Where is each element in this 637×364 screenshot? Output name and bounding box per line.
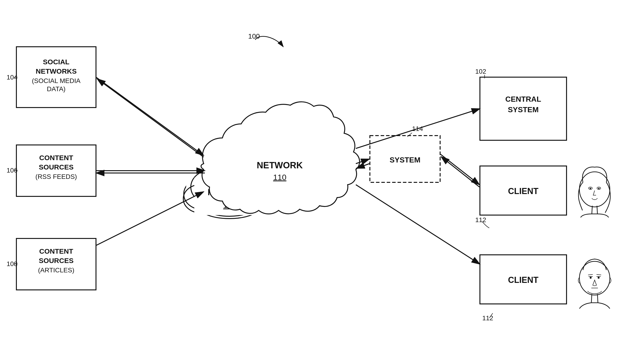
svg-point-70 bbox=[590, 188, 591, 189]
svg-line-72 bbox=[592, 206, 592, 214]
svg-text:NETWORKS: NETWORKS bbox=[36, 67, 77, 75]
svg-text:100: 100 bbox=[248, 32, 260, 40]
svg-point-77 bbox=[590, 277, 592, 279]
svg-text:CENTRAL: CENTRAL bbox=[505, 95, 541, 103]
diagram-svg: SOCIAL NETWORKS (SOCIAL MEDIA DATA) CONT… bbox=[0, 0, 637, 364]
diagram-container: SOCIAL NETWORKS (SOCIAL MEDIA DATA) CONT… bbox=[0, 0, 637, 364]
svg-text:SOURCES: SOURCES bbox=[39, 163, 74, 171]
svg-text:SOCIAL: SOCIAL bbox=[43, 58, 69, 66]
svg-text:DATA): DATA) bbox=[47, 85, 66, 92]
svg-text:CONTENT: CONTENT bbox=[39, 247, 73, 255]
svg-text:(SOCIAL MEDIA: (SOCIAL MEDIA bbox=[32, 77, 81, 84]
svg-text:112: 112 bbox=[482, 314, 493, 322]
svg-line-82 bbox=[591, 294, 592, 303]
svg-text:NETWORK: NETWORK bbox=[257, 160, 303, 170]
svg-text:SYSTEM: SYSTEM bbox=[389, 156, 420, 164]
svg-text:102: 102 bbox=[475, 68, 486, 75]
svg-point-71 bbox=[598, 188, 599, 189]
svg-text:SYSTEM: SYSTEM bbox=[508, 106, 539, 114]
svg-text:112: 112 bbox=[475, 216, 486, 224]
svg-text:110: 110 bbox=[273, 173, 287, 182]
svg-text:(RSS FEEDS): (RSS FEEDS) bbox=[35, 173, 77, 180]
svg-line-73 bbox=[597, 206, 597, 214]
svg-text:CLIENT: CLIENT bbox=[508, 186, 538, 196]
svg-line-83 bbox=[597, 294, 598, 303]
svg-text:SOURCES: SOURCES bbox=[39, 257, 74, 264]
svg-point-78 bbox=[598, 277, 599, 279]
svg-text:CONTENT: CONTENT bbox=[39, 154, 73, 162]
svg-text:(ARTICLES): (ARTICLES) bbox=[38, 266, 74, 274]
svg-text:CLIENT: CLIENT bbox=[508, 275, 538, 285]
